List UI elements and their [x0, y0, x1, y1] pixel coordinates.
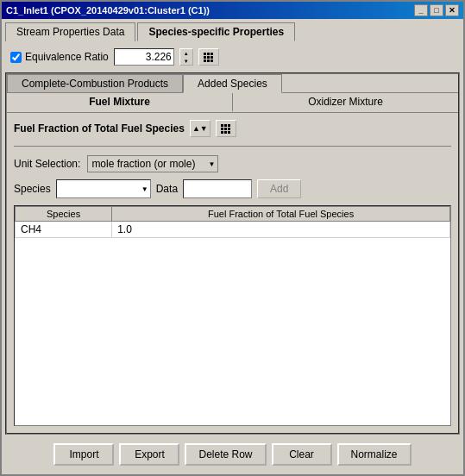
table-header: Species Fuel Fraction of Total Fuel Spec… — [16, 207, 450, 222]
equivalence-ratio-grid-button[interactable] — [198, 48, 219, 66]
spinner-down-icon[interactable]: ▼ — [180, 57, 192, 65]
tab-stream-properties[interactable]: Stream Properties Data — [5, 22, 135, 41]
import-button[interactable]: Import — [53, 443, 114, 466]
main-window: C1_Inlet1 (CPOX_20140429v01:Cluster1 (C1… — [0, 0, 465, 476]
title-bar-buttons: _ □ ✕ — [414, 4, 459, 16]
species-data-row: Species Data Add — [14, 179, 451, 198]
window-title: C1_Inlet1 (CPOX_20140429v01:Cluster1 (C1… — [6, 5, 210, 16]
data-table-wrapper: Species Fuel Fraction of Total Fuel Spec… — [14, 205, 451, 426]
unit-selection-dropdown[interactable]: mole fraction (or mole) mass fraction (o… — [87, 155, 218, 172]
add-button[interactable]: Add — [257, 179, 301, 198]
normalize-button[interactable]: Normalize — [337, 443, 412, 466]
species-dropdown-wrapper — [56, 179, 151, 198]
data-input[interactable] — [183, 179, 252, 198]
panel-body: Fuel Fraction of Total Fuel Species ▲▼ — [7, 113, 458, 433]
table-cell-value: 1.0 — [112, 222, 450, 238]
inner-panel: Complete-Combustion Products Added Speci… — [5, 72, 460, 435]
sub-tab-oxidizer-mixture[interactable]: Oxidizer Mixture — [233, 93, 458, 112]
table-row[interactable]: CH41.0 — [16, 222, 450, 238]
grid-icon-2 — [221, 124, 230, 134]
unit-select-wrapper: mole fraction (or mole) mass fraction (o… — [87, 155, 218, 172]
title-bar: C1_Inlet1 (CPOX_20140429v01:Cluster1 (C1… — [2, 2, 463, 19]
fuel-fraction-label: Fuel Fraction of Total Fuel Species — [14, 122, 185, 135]
sub-tab-fuel-mixture[interactable]: Fuel Mixture — [7, 93, 233, 112]
minimize-button[interactable]: _ — [414, 4, 428, 16]
column-header-species: Species — [16, 207, 112, 222]
sub-tab-strip: Fuel Mixture Oxidizer Mixture — [7, 93, 458, 113]
close-button[interactable]: ✕ — [445, 4, 459, 16]
equivalence-ratio-row: Equivalence Ratio ▲ ▼ — [5, 45, 460, 69]
unit-selection-label: Unit Selection: — [14, 158, 80, 170]
grid-icon — [204, 53, 213, 62]
fuel-fraction-spinner-button[interactable]: ▲▼ — [190, 120, 211, 137]
species-label: Species — [14, 183, 51, 195]
equivalence-ratio-checkbox[interactable] — [10, 52, 22, 63]
tab-added-species[interactable]: Added Species — [183, 74, 282, 93]
maximize-button[interactable]: □ — [430, 4, 443, 16]
export-button[interactable]: Export — [119, 443, 179, 466]
clear-button[interactable]: Clear — [272, 443, 332, 466]
spinner-up-icon[interactable]: ▲ — [180, 49, 192, 57]
inner-tab-strip: Complete-Combustion Products Added Speci… — [7, 74, 458, 93]
data-label: Data — [156, 183, 178, 195]
equivalence-ratio-checkbox-label[interactable]: Equivalence Ratio — [10, 51, 109, 63]
bottom-buttons: Import Export Delete Row Clear Normalize — [5, 438, 460, 471]
table-cell-species: CH4 — [16, 222, 112, 238]
equivalence-ratio-spinner[interactable]: ▲ ▼ — [179, 48, 193, 66]
equivalence-ratio-label: Equivalence Ratio — [25, 51, 109, 63]
tab-species-specific[interactable]: Species-specific Properties — [137, 22, 295, 41]
species-dropdown[interactable] — [56, 179, 151, 198]
fuel-fraction-row: Fuel Fraction of Total Fuel Species ▲▼ — [14, 120, 451, 137]
equivalence-ratio-input[interactable] — [114, 48, 174, 66]
table-header-row: Species Fuel Fraction of Total Fuel Spec… — [16, 207, 450, 222]
column-header-fraction: Fuel Fraction of Total Fuel Species — [112, 207, 450, 222]
up-down-icon: ▲▼ — [192, 124, 208, 133]
content-area: Stream Properties Data Species-specific … — [2, 19, 463, 474]
table-body: CH41.0 — [16, 222, 450, 238]
unit-selection-row: Unit Selection: mole fraction (or mole) … — [14, 155, 451, 172]
species-data-table: Species Fuel Fraction of Total Fuel Spec… — [15, 206, 450, 238]
divider-1 — [14, 146, 451, 147]
top-tab-strip: Stream Properties Data Species-specific … — [5, 22, 460, 41]
fuel-fraction-grid-button[interactable] — [216, 120, 236, 137]
tab-complete-combustion[interactable]: Complete-Combustion Products — [7, 74, 183, 92]
delete-row-button[interactable]: Delete Row — [185, 443, 266, 466]
